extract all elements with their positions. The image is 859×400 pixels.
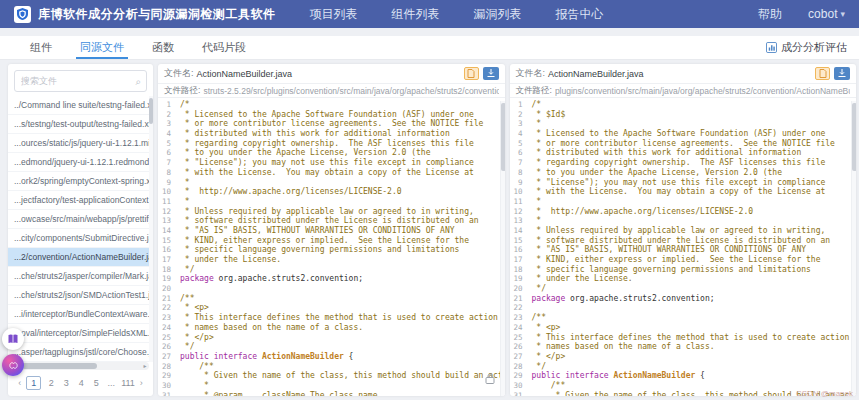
line-number: 30	[158, 381, 175, 391]
tab-3[interactable]: 代码片段	[188, 36, 260, 59]
panel-left-subheader: 文件路径: struts-2.5.29/src/plugins/conventi…	[158, 83, 505, 98]
code-text: * with the License. You may obtain a cop…	[527, 187, 826, 197]
code-scroll-thumb[interactable]	[852, 103, 856, 171]
nav-item-2[interactable]: 漏洞列表	[474, 6, 522, 23]
ai-assistant-button[interactable]	[2, 354, 24, 376]
search-icon: ⌕	[135, 76, 141, 88]
file-name-value: ActionNameBuilder.java	[197, 69, 293, 79]
code-line: 26 */	[158, 342, 505, 352]
reader-extension-button[interactable]	[2, 328, 24, 350]
code-line: 2 * Licensed to the Apache Software Foun…	[158, 110, 505, 120]
file-item[interactable]: ...asper/tagplugins/jstl/core/Choose.jav…	[8, 343, 153, 362]
code-line: 14 * "AS IS" BASIS, WITHOUT WARRANTIES O…	[158, 226, 505, 236]
code-text: * <p>	[527, 323, 561, 333]
line-number: 12	[158, 207, 175, 217]
document-icon	[819, 69, 827, 78]
code-text: public interface ActionNameBuilder {	[527, 371, 705, 381]
tab-1[interactable]: 同源文件	[66, 36, 138, 59]
file-path-value: plugins/convention/src/main/java/org/apa…	[555, 86, 850, 96]
code-line: 2 * $Id$	[510, 110, 857, 120]
code-text: * KIND, either express or implied. See t…	[527, 255, 821, 265]
file-item[interactable]: ...che/struts2/json/SMDActionTest1.java	[8, 286, 153, 305]
code-line: 20	[158, 284, 505, 294]
line-number: 22	[510, 303, 527, 313]
page-button-...[interactable]: ...	[106, 378, 116, 388]
file-item[interactable]: ...2/convention/ActionNameBuilder.java	[8, 248, 153, 267]
file-item[interactable]: ../Command line suite/testng-failed.xml	[8, 96, 153, 115]
code-panel-right: 文件名: ActionNameBuilder.java 文件路径: plugin…	[510, 64, 857, 396]
code-line: 9 *	[158, 178, 505, 188]
file-item[interactable]: ...che/struts2/jasper/compiler/Mark.java	[8, 267, 153, 286]
file-flag-button[interactable]	[815, 67, 830, 80]
hscroll-thumb[interactable]	[22, 363, 97, 369]
search-input[interactable]	[14, 70, 147, 92]
file-item[interactable]: ...owcase/src/main/webapp/js/prettify.js	[8, 210, 153, 229]
file-item[interactable]: ...ork2/spring/emptyContext-spring.xml	[8, 172, 153, 191]
nav-item-3[interactable]: 报告中心	[556, 6, 604, 23]
download-button[interactable]	[483, 67, 499, 80]
code-line: 17 * under the License.	[158, 255, 505, 265]
sca-report-label: 成分分析评估	[781, 40, 847, 55]
nav-item-0[interactable]: 项目列表	[310, 6, 358, 23]
file-item[interactable]: ...i/interceptor/BundleContextAware.java	[8, 305, 153, 324]
file-item[interactable]: ...edmond/jquery-ui-1.12.1.redmond.css	[8, 153, 153, 172]
code-line: 22 * <p>	[158, 303, 505, 313]
file-list-scroll-thumb[interactable]	[149, 98, 153, 124]
code-text: * names based on the name of a class.	[175, 323, 363, 333]
line-number: 11	[510, 197, 527, 207]
page-button-1[interactable]: 1	[26, 376, 41, 390]
line-number: 31	[510, 391, 527, 396]
page-prev-button[interactable]: ‹	[18, 378, 21, 388]
code-scroll-thumb[interactable]	[501, 103, 505, 171]
line-number: 6	[510, 148, 527, 158]
code-text: /*	[175, 100, 190, 110]
file-name-label: 文件名:	[516, 67, 546, 80]
line-number: 1	[510, 100, 527, 110]
watermark: CSDN @manok	[796, 389, 853, 398]
code-text: * "License"); you may not use this file …	[175, 158, 474, 168]
code-line: 29public interface ActionNameBuilder {	[510, 371, 857, 381]
page-button-3[interactable]: 3	[61, 378, 71, 388]
tab-2[interactable]: 函数	[138, 36, 188, 59]
page-button-4[interactable]: 4	[76, 378, 86, 388]
code-line: 18 * specific language governing permiss…	[510, 265, 857, 275]
file-item[interactable]: ...ources/static/js/jquery-ui-1.12.1.min…	[8, 134, 153, 153]
chart-icon	[766, 42, 777, 53]
code-text: *	[527, 119, 542, 129]
download-button[interactable]	[834, 67, 850, 80]
line-number: 13	[158, 216, 175, 226]
file-item[interactable]: ...jectfactory/test-applicationContext.x…	[8, 191, 153, 210]
help-link[interactable]: 帮助	[758, 6, 782, 23]
tab-0[interactable]: 组件	[16, 36, 66, 59]
search-wrap: ⌕	[8, 64, 153, 96]
line-number: 17	[158, 255, 175, 265]
code-text: * http://www.apache.org/licenses/LICENSE…	[527, 207, 754, 217]
code-line: 24 * <p>	[510, 323, 857, 333]
code-line: 26 * names based on the name of a class.	[510, 342, 857, 352]
page-button-111[interactable]: 111	[121, 378, 135, 388]
nav-item-1[interactable]: 组件列表	[392, 6, 440, 23]
line-number: 12	[510, 207, 527, 217]
scroll-lock-button[interactable]	[485, 370, 495, 388]
scroll-right-arrow-icon[interactable]: ▸	[141, 362, 149, 370]
file-item[interactable]: ...city/components/SubmitDirective.java	[8, 229, 153, 248]
code-text: * regarding copyright ownership. The ASF…	[527, 158, 826, 168]
chevron-down-icon: ▾	[840, 9, 845, 19]
page-button-2[interactable]: 2	[46, 378, 56, 388]
sca-report-button[interactable]: 成分分析评估	[766, 36, 847, 59]
code-line: 5 * or more contributor license agreemen…	[510, 139, 857, 149]
file-flag-button[interactable]	[464, 67, 479, 80]
user-menu[interactable]: cobot ▾	[808, 7, 845, 21]
code-text: * KIND, either express or implied. See t…	[175, 236, 469, 246]
page-next-button[interactable]: ›	[140, 378, 143, 388]
code-line: 13 * software distributed under the Lice…	[158, 216, 505, 226]
code-text: * $Id$	[527, 110, 566, 120]
code-vertical-scrollbar	[851, 101, 856, 396]
file-item[interactable]: ...s/testng/test-output/testng-failed.xm…	[8, 115, 153, 134]
main-content: ⌕ ../Command line suite/testng-failed.xm…	[8, 64, 856, 396]
code-text: *	[527, 197, 542, 207]
file-list-vertical-scrollbar	[149, 96, 153, 362]
file-item[interactable]: ...oval/interceptor/SimpleFieldsXML.java	[8, 324, 153, 343]
page-button-5[interactable]: 5	[91, 378, 101, 388]
code-text: * specific language governing permission…	[175, 245, 459, 255]
